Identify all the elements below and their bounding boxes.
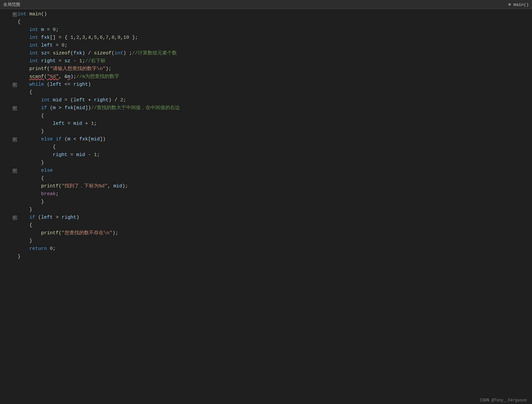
code-line: printf("您查找的数不存在\n");	[0, 229, 532, 237]
code-line: left = mid + 1;	[0, 120, 532, 128]
scope-label: 全局范围	[3, 2, 20, 7]
code-line: {	[0, 143, 532, 151]
code-line: {	[0, 18, 532, 26]
code-line: {	[0, 222, 532, 229]
code-line: int right = sz - 1;//右下标	[0, 57, 532, 65]
code-line: printf("找到了，下标为%d", mid);	[0, 182, 532, 190]
code-line: {	[0, 112, 532, 120]
function-label: ⊕ main()	[509, 2, 529, 7]
code-line: }	[0, 159, 532, 167]
code-line: scanf("%d", &m);//m为想查找的数字	[0, 73, 532, 81]
code-line: int left = 0;	[0, 42, 532, 50]
code-line: ⊟ else	[0, 167, 532, 175]
code-line: }	[0, 253, 532, 261]
code-line: }	[0, 237, 532, 245]
code-editor[interactable]: ⊟ int main() { int m = 0; int fxk[] = {	[0, 9, 532, 261]
code-line: int mid = (left + right) / 2;	[0, 96, 532, 104]
code-line: {	[0, 175, 532, 182]
code-line: printf("请输入想查找的数字\n");	[0, 65, 532, 73]
code-line: ⊟ if (left > right)	[0, 214, 532, 222]
code-line: }	[0, 198, 532, 206]
code-line: right = mid - 1;	[0, 151, 532, 159]
top-bar: 全局范围 ⊕ main()	[0, 0, 532, 9]
code-line: ⊟ while (left <= right)	[0, 81, 532, 89]
code-line: {	[0, 89, 532, 96]
editor: 全局范围 ⊕ main() ⊟ int main() {	[0, 0, 532, 404]
code-line: return 0;	[0, 245, 532, 253]
code-line: }	[0, 206, 532, 214]
code-line: ⊟ else if (m < fxk[mid])	[0, 136, 532, 143]
code-line: int fxk[] = { 1,2,3,4,5,6,7,8,9,10 };	[0, 34, 532, 42]
code-line: ⊟ int main()	[0, 10, 532, 18]
code-line: break;	[0, 190, 532, 198]
code-line: }	[0, 128, 532, 136]
credit-label: CSDN @Tony__Ferguson	[475, 397, 532, 404]
code-line: int sz= sizeof(fxk) / sizeof(int) ;//计算数…	[0, 50, 532, 57]
code-line: ⊟ if (m > fxk[mid])//查找的数大于中间值，在中间值的右边	[0, 104, 532, 112]
code-line: int m = 0;	[0, 26, 532, 34]
